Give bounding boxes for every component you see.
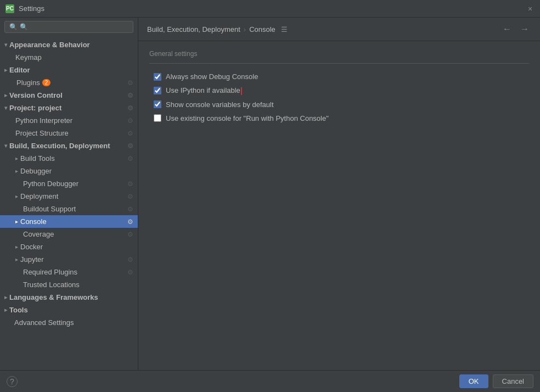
sidebar-item-deployment[interactable]: ▸ Deployment ⚙	[0, 190, 138, 203]
sidebar-item-console[interactable]: ▸ Console ⚙	[0, 215, 138, 228]
search-input[interactable]	[20, 23, 128, 31]
sidebar-item-label: Plugins	[16, 79, 40, 87]
arrow-icon: ▸	[15, 256, 18, 262]
always-show-debug-checkbox[interactable]	[154, 73, 161, 81]
sidebar-item-label: Python Interpreter	[15, 116, 72, 125]
sidebar-item-plugins[interactable]: Plugins 2 ⚙	[0, 76, 138, 89]
sidebar-item-label: Coverage	[23, 230, 54, 238]
app-icon: PC	[5, 4, 14, 13]
sidebar-item-label: Trusted Locations	[23, 281, 80, 289]
cancel-button[interactable]: Cancel	[493, 374, 533, 388]
sidebar-item-label: Editor	[9, 66, 30, 74]
search-icon: 🔍	[9, 23, 18, 31]
footer-buttons: OK Cancel	[459, 374, 533, 388]
sidebar-item-label: Jupyter	[20, 255, 44, 264]
sidebar-item-label: Build Tools	[20, 154, 55, 163]
text-cursor	[241, 87, 242, 95]
always-show-debug-label[interactable]: Always show Debug Console	[166, 72, 258, 81]
sidebar-item-label: Tools	[9, 306, 28, 314]
arrow-icon: ▸	[4, 307, 7, 313]
ok-button[interactable]: OK	[459, 374, 488, 388]
sidebar-item-label: Advanced Settings	[14, 318, 74, 327]
gear-icon: ⚙	[127, 117, 133, 125]
sidebar-item-project-structure[interactable]: Project Structure ⚙	[0, 127, 138, 139]
checkbox-row-always-show-debug: Always show Debug Console	[149, 72, 529, 81]
sidebar-item-appearance[interactable]: ▾ Appearance & Behavior	[0, 38, 138, 51]
gear-icon: ⚙	[127, 92, 133, 99]
use-existing-console-label[interactable]: Use existing console for "Run with Pytho…	[166, 114, 329, 122]
title-bar-controls: ×	[526, 4, 535, 13]
breadcrumb-separator: ›	[244, 25, 246, 33]
arrow-icon: ▸	[15, 155, 18, 161]
gear-icon: ⚙	[127, 256, 133, 264]
sidebar-item-label: Version Control	[9, 91, 63, 99]
gear-icon: ⚙	[127, 205, 133, 213]
sidebar-item-keymap[interactable]: Keymap	[0, 51, 138, 64]
breadcrumb: Build, Execution, Deployment › Console ☰	[147, 25, 288, 33]
gear-icon: ⚙	[127, 231, 133, 238]
sidebar-item-label: Debugger	[20, 167, 52, 175]
gear-icon: ⚙	[127, 155, 133, 163]
use-existing-console-checkbox[interactable]	[154, 114, 161, 122]
arrow-icon: ▸	[15, 219, 18, 225]
sidebar-item-editor[interactable]: ▸ Editor	[0, 64, 138, 76]
gear-icon: ⚙	[127, 79, 133, 87]
arrow-icon: ▾	[4, 42, 7, 48]
arrow-icon: ▾	[4, 143, 7, 149]
arrow-icon: ▾	[4, 105, 7, 111]
arrow-icon: ▸	[15, 193, 18, 199]
plugins-badge: 2	[42, 79, 51, 86]
sidebar-navigation: ▾ Appearance & Behavior Keymap ▸ Editor …	[0, 36, 138, 370]
search-box[interactable]: 🔍	[4, 21, 133, 33]
sidebar-item-tools[interactable]: ▸ Tools	[0, 304, 138, 316]
sidebar-item-trusted-locations[interactable]: Trusted Locations	[0, 278, 138, 291]
use-ipython-checkbox[interactable]	[154, 87, 161, 94]
sidebar: 🔍 ▾ Appearance & Behavior Keymap ▸ Edito…	[0, 18, 138, 370]
gear-icon: ⚙	[127, 104, 133, 112]
sidebar-item-label: Buildout Support	[23, 205, 76, 213]
sidebar-item-build-tools[interactable]: ▸ Build Tools ⚙	[0, 152, 138, 165]
close-button[interactable]: ×	[526, 4, 535, 13]
sidebar-item-coverage[interactable]: Coverage ⚙	[0, 228, 138, 240]
gear-icon: ⚙	[127, 130, 133, 137]
sidebar-item-project[interactable]: ▾ Project: project ⚙	[0, 102, 138, 114]
show-console-vars-checkbox[interactable]	[154, 100, 161, 108]
sidebar-item-debugger[interactable]: ▸ Debugger	[0, 165, 138, 177]
sidebar-item-docker[interactable]: ▸ Docker	[0, 240, 138, 253]
sidebar-item-advanced-settings[interactable]: Advanced Settings	[0, 316, 138, 329]
sidebar-item-required-plugins[interactable]: Required Plugins ⚙	[0, 266, 138, 278]
forward-button[interactable]: →	[518, 23, 531, 35]
sidebar-item-build-execution[interactable]: ▾ Build, Execution, Deployment ⚙	[0, 139, 138, 152]
sidebar-item-label: Project Structure	[15, 129, 69, 137]
footer: ? OK Cancel	[0, 370, 540, 392]
sidebar-item-languages[interactable]: ▸ Languages & Frameworks	[0, 291, 138, 304]
sidebar-item-python-interpreter[interactable]: Python Interpreter ⚙	[0, 114, 138, 127]
arrow-icon: ▸	[4, 294, 7, 300]
sidebar-item-label: Project: project	[9, 104, 61, 112]
arrow-icon: ▸	[4, 92, 7, 98]
gear-icon: ⚙	[127, 193, 133, 200]
sidebar-item-label: Docker	[20, 243, 43, 251]
panel-body: General settings Always show Debug Conso…	[138, 41, 540, 370]
sidebar-item-python-debugger[interactable]: Python Debugger ⚙	[0, 177, 138, 190]
checkbox-row-use-existing-console: Use existing console for "Run with Pytho…	[149, 114, 529, 122]
gear-icon: ⚙	[127, 142, 133, 150]
arrow-icon: ▸	[4, 67, 7, 73]
sidebar-item-label: Keymap	[15, 53, 42, 61]
settings-icon[interactable]: ☰	[281, 25, 288, 33]
back-button[interactable]: ←	[500, 23, 514, 35]
help-button[interactable]: ?	[7, 376, 18, 387]
section-label: General settings	[149, 50, 529, 58]
right-panel: Build, Execution, Deployment › Console ☰…	[138, 18, 540, 370]
selected-indicator	[0, 215, 2, 228]
section-divider	[149, 63, 529, 64]
breadcrumb-current: Console	[249, 25, 275, 33]
sidebar-item-version-control[interactable]: ▸ Version Control ⚙	[0, 89, 138, 102]
title-bar: PC Settings ×	[0, 0, 540, 18]
show-console-vars-label[interactable]: Show console variables by default	[166, 100, 274, 109]
main-content: 🔍 ▾ Appearance & Behavior Keymap ▸ Edito…	[0, 18, 540, 370]
sidebar-item-label: Python Debugger	[23, 180, 78, 188]
sidebar-item-buildout-support[interactable]: Buildout Support ⚙	[0, 203, 138, 215]
sidebar-item-jupyter[interactable]: ▸ Jupyter ⚙	[0, 253, 138, 266]
gear-icon: ⚙	[127, 268, 133, 276]
